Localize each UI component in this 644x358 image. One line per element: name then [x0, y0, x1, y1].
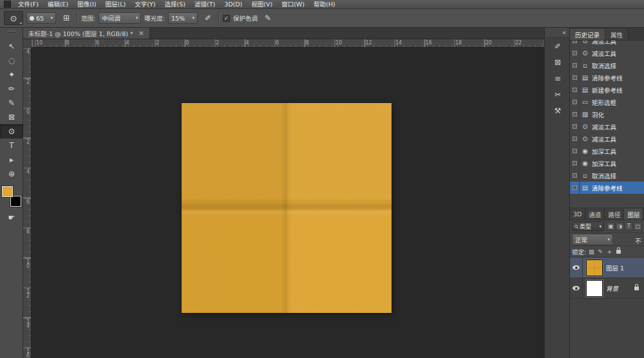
- tab-3d[interactable]: 3D: [570, 209, 585, 220]
- eyedropper-tool[interactable]: ✏: [0, 82, 23, 96]
- layer-filter-dropdown[interactable]: 类型 ▾: [572, 221, 604, 231]
- history-item[interactable]: ▫取消选择: [570, 59, 644, 71]
- lock-all-button[interactable]: [614, 248, 622, 256]
- menu-item[interactable]: 文字(Y): [130, 0, 160, 8]
- toolbar-grip[interactable]: [7, 31, 16, 33]
- history-brush-source-cell[interactable]: [570, 182, 580, 194]
- measure-panel-button[interactable]: ✐: [545, 38, 571, 54]
- info-panel-icon: ≡: [554, 74, 561, 83]
- filter-adjustment-button[interactable]: ◑: [616, 222, 624, 231]
- menu-item[interactable]: 图像(I): [73, 0, 100, 8]
- history-brush-source-cell[interactable]: [570, 157, 580, 169]
- menu-item[interactable]: 编辑(E): [43, 0, 73, 8]
- history-brush-source-cell[interactable]: [570, 145, 580, 157]
- filter-pixel-button[interactable]: ▣: [607, 222, 615, 231]
- document-viewport[interactable]: [32, 48, 544, 358]
- hand-tool[interactable]: ☛: [0, 211, 23, 225]
- airbrush-button[interactable]: ✐: [201, 12, 215, 24]
- horizontal-ruler[interactable]: 108642024681012141618202224: [32, 39, 544, 48]
- clone-stamp-tool[interactable]: ⊠: [0, 110, 23, 124]
- zoom-tool[interactable]: ⊕: [0, 167, 23, 181]
- history-item[interactable]: ◉加深工具: [570, 145, 644, 157]
- history-brush-source-cell[interactable]: [570, 133, 580, 145]
- tab-channels[interactable]: 通道: [585, 209, 605, 220]
- lock-transparency-button[interactable]: ▨: [587, 248, 595, 256]
- path-selection-tool[interactable]: ▸: [0, 153, 23, 167]
- brush-size-dropdown[interactable]: 65 ▾: [26, 12, 56, 24]
- filter-shape-button[interactable]: □: [634, 222, 642, 231]
- background-color-swatch[interactable]: [10, 196, 21, 207]
- lock-image-button[interactable]: ✎: [596, 248, 604, 256]
- brush-panel-toggle-button[interactable]: ⊞: [59, 12, 73, 24]
- history-brush-source-cell[interactable]: [570, 59, 580, 71]
- history-item[interactable]: ▫取消选择: [570, 169, 644, 182]
- lasso-tool[interactable]: ◌: [0, 53, 23, 68]
- menu-item[interactable]: 视图(V): [247, 0, 277, 8]
- tab-paths[interactable]: 路径: [605, 209, 624, 220]
- tab-properties[interactable]: 属性: [605, 29, 629, 40]
- filter-type-icon: T: [627, 223, 630, 229]
- layer-visibility-toggle[interactable]: [570, 258, 583, 278]
- history-item[interactable]: ⊙减淡工具: [570, 47, 644, 59]
- menu-item[interactable]: 3D(D): [220, 0, 247, 8]
- airbrush-icon: ✐: [205, 14, 211, 23]
- history-brush-source-cell[interactable]: [570, 169, 580, 182]
- menu-item[interactable]: 选择(S): [160, 0, 189, 8]
- history-brush-source-cell[interactable]: [570, 71, 580, 84]
- history-state-thumbnail: [573, 51, 577, 55]
- history-brush-source-cell[interactable]: [570, 96, 580, 108]
- scissors-panel-button[interactable]: ✂: [545, 86, 571, 102]
- dodge-tool[interactable]: ⊙: [0, 124, 23, 138]
- type-tool[interactable]: T: [0, 138, 23, 153]
- history-brush-source-cell[interactable]: [570, 41, 580, 47]
- dodge-tool-icon: ⊙: [8, 127, 15, 136]
- menu-item[interactable]: 图层(L): [101, 0, 131, 8]
- clone-source-panel-button[interactable]: ⊠: [545, 54, 571, 70]
- collapse-panels-button[interactable]: «: [562, 29, 566, 36]
- history-item[interactable]: ⊙减淡工具: [570, 120, 644, 133]
- tool-preset-picker[interactable]: ⊙ ▾: [4, 11, 23, 25]
- brush-tool[interactable]: ✎: [0, 96, 23, 110]
- range-dropdown[interactable]: 中间调 ▾: [99, 12, 141, 24]
- menu-item[interactable]: 帮助(H): [309, 0, 340, 8]
- ruler-number: 2: [24, 139, 31, 144]
- lock-position-button[interactable]: +: [605, 248, 613, 256]
- filter-type-button[interactable]: T: [625, 222, 633, 231]
- layer-visibility-toggle[interactable]: [570, 278, 583, 298]
- protect-tones-checkbox[interactable]: ✓: [223, 15, 230, 22]
- ruler-number: 16: [24, 348, 31, 357]
- history-brush-source-cell[interactable]: [570, 47, 580, 59]
- ruler-origin-corner[interactable]: [23, 39, 32, 48]
- history-item[interactable]: ▭矩形选框: [570, 96, 644, 108]
- protect-tones-label: 保护色调: [233, 14, 258, 23]
- blend-mode-dropdown[interactable]: 正常 ▾: [572, 234, 613, 245]
- history-item[interactable]: ▤新建参考线: [570, 84, 644, 96]
- magic-wand-tool[interactable]: ✦: [0, 68, 23, 82]
- history-item[interactable]: ▤清除参考线: [570, 182, 644, 194]
- history-item[interactable]: ◉加深工具: [570, 157, 644, 169]
- exposure-dropdown[interactable]: 15% ▾: [168, 12, 198, 24]
- info-panel-button[interactable]: ≡: [545, 70, 571, 86]
- tab-layers[interactable]: 图层: [624, 209, 643, 220]
- document-canvas[interactable]: [182, 103, 392, 313]
- menu-item[interactable]: 文件(F): [14, 0, 43, 8]
- history-brush-source-cell[interactable]: [570, 84, 580, 96]
- foreground-color-swatch[interactable]: [2, 186, 13, 197]
- history-item[interactable]: ⊙减淡工具: [570, 133, 644, 145]
- vertical-ruler[interactable]: 420246810121416: [23, 48, 32, 358]
- layer-row[interactable]: 图层 1: [570, 258, 644, 278]
- history-brush-source-cell[interactable]: [570, 108, 580, 120]
- layer-row[interactable]: 背景: [570, 278, 644, 299]
- tab-history[interactable]: 历史记录: [570, 29, 605, 40]
- history-brush-source-cell[interactable]: [570, 120, 580, 133]
- history-item[interactable]: ⊙减淡工具: [570, 41, 644, 47]
- move-tool[interactable]: ↖: [0, 39, 23, 53]
- pressure-button[interactable]: ✎: [261, 12, 275, 24]
- document-tab[interactable]: 未标题-1 @ 100% (图层 1, RGB/8) * ×: [23, 28, 150, 39]
- history-item[interactable]: ▨羽化: [570, 108, 644, 120]
- menu-item[interactable]: 窗口(W): [277, 0, 309, 8]
- close-icon[interactable]: ×: [138, 29, 144, 37]
- tool-presets-panel-button[interactable]: ⚒: [545, 102, 571, 118]
- history-item[interactable]: ▤清除参考线: [570, 71, 644, 84]
- menu-item[interactable]: 滤镜(T): [190, 0, 220, 8]
